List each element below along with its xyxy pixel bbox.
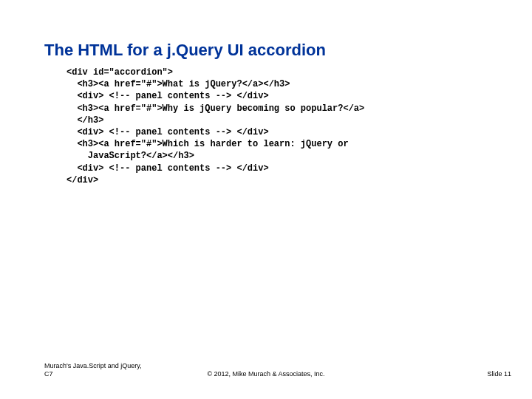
slide-title: The HTML for a j.Query UI accordion: [44, 41, 326, 60]
footer-book-line1: Murach's Java.Script and jQuery,: [44, 362, 163, 370]
code-snippet: <div id="accordion"> <h3><a href="#">Wha…: [66, 66, 364, 186]
footer-copyright: © 2012, Mike Murach & Associates, Inc.: [0, 370, 532, 378]
slide: The HTML for a j.Query UI accordion <div…: [0, 0, 532, 399]
footer-slide-number: Slide 11: [487, 370, 511, 378]
footer: Murach's Java.Script and jQuery, C7 © 20…: [0, 356, 532, 378]
